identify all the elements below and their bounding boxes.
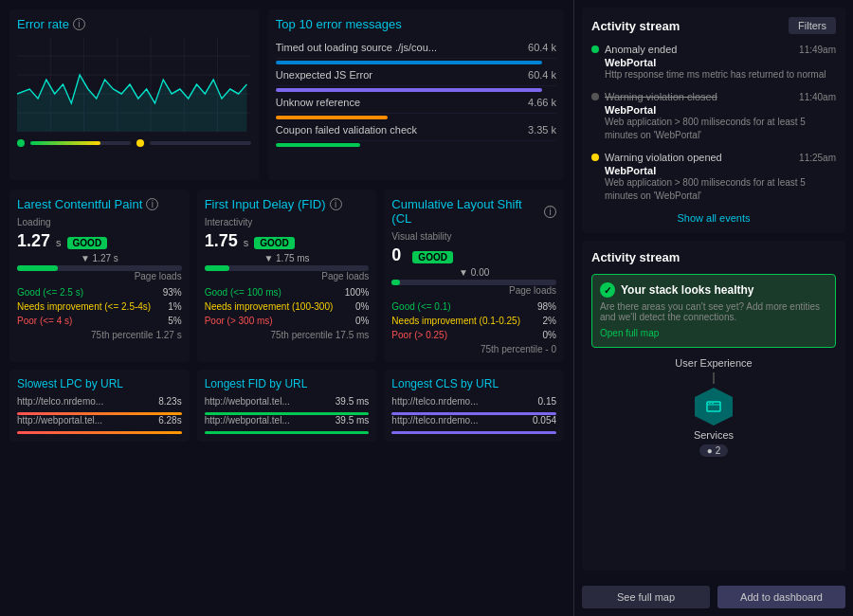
metric-card: Larest Contentful Paint i Loading 1.27 s… [9,190,190,362]
filters-button[interactable]: Filters [789,17,836,34]
slider-fill [30,141,100,145]
perf-value: 0% [355,299,369,314]
error-label: Unknow reference [276,97,511,108]
url-text: http://telco.nrdemo... [17,396,138,407]
error-items-container: Timed out loading source ./js/cou... 60.… [276,37,556,147]
top-errors-title: Top 10 error messages [276,17,556,31]
metric-card: Cumulative Layout Shift (CL i Visual sta… [384,190,564,362]
perf-row: Good (<= 2.5 s) 93% [17,285,182,299]
url-bar [391,431,556,434]
metric-subtitle: Visual stability [391,231,556,242]
error-rate-info-icon[interactable]: i [73,18,85,30]
slider-track[interactable] [30,141,131,145]
perf-row: Good (<= 0.1) 98% [391,299,556,314]
metric-card: First Input Delay (FID) i Interactivity … [197,190,377,362]
url-section-card: Longest CLS by URL http://telco.nrdemo..… [384,370,564,442]
event-name: Anomaly ended [605,44,793,55]
metric-badge: GOOD [254,237,295,249]
page-loads-label: Page loads [391,285,556,296]
metric-value-row: 1.75 s GOOD [205,231,370,251]
error-rate-section: Error rate i [9,9,564,180]
error-item: Unexpected JS Error 60.4 k [276,64,556,92]
gauge-track [205,265,370,271]
event-source: WebPortal [605,57,836,68]
see-full-map-button[interactable]: See full map [582,586,710,608]
metric-unit: s [56,237,62,248]
error-item: Unknow reference 4.66 k [276,92,556,119]
show-all-events-link[interactable]: Show all events [591,212,836,224]
metric-info-icon[interactable]: i [544,206,556,218]
url-row: http://telco.nrdemo... 0.054 [391,415,556,426]
stack-health-header: Activity stream [591,250,836,264]
service-map: User Experience Services ● 2 [591,357,836,457]
url-section-card: Slowest LPC by URL http://telco.nrdemo..… [9,370,190,442]
activity-event-row: Anomaly ended 11:49am [591,44,836,55]
url-row: http://webportal.tel... 39.5 ms [205,396,370,407]
metric-unit: s [244,237,249,248]
activity-event-row: Warning violation closed 11:40am [591,91,836,102]
metric-info-icon[interactable]: i [330,198,342,210]
svg-point-13 [712,403,714,405]
activity-events-container: Anomaly ended 11:49am WebPortal Http res… [591,44,836,203]
page-loads-label: Page loads [205,271,370,281]
perf-label: Poor (> 300 ms) [205,314,273,328]
gauge-fill [17,265,58,271]
open-full-map-link[interactable]: Open full map [600,328,659,338]
perf-label: Good (<= 100 ms) [205,285,281,299]
bottom-buttons: See full map Add to dashboard [574,578,853,616]
metric-title: First Input Delay (FID) i [205,197,370,211]
marker-label: ▼ 1.27 s [17,253,182,263]
event-desc: Web application > 800 miliseconds for at… [605,176,836,203]
error-bar-container [276,143,556,147]
services-label: Services [694,429,734,441]
url-section-card: Longest FID by URL http://webportal.tel.… [197,370,377,442]
perf-label: Poor (> 0.25) [391,328,447,342]
url-section-title: Longest CLS by URL [391,377,556,390]
event-dot [591,45,599,53]
metric-value: 1.27 [17,231,50,251]
url-text: http://webportal.tel... [205,415,326,426]
perf-value: 0% [355,314,369,328]
gauge-track [17,265,182,271]
activity-item: Warning violation closed 11:40am WebPort… [591,91,836,142]
health-card-header: ✓ Your stack looks healthy [600,282,827,298]
perf-label: Needs improvement (0.1-0.25) [391,314,520,328]
perf-value: 100% [345,285,370,299]
event-source: WebPortal [605,104,836,116]
metric-value-row: 1.27 s GOOD [17,231,182,251]
slider-track-2[interactable] [150,141,250,145]
activity-stream-title: Activity stream [591,19,680,33]
event-name: Warning violation closed [605,91,793,102]
perf-value: 98% [537,299,556,314]
perf-row: Poor (> 300 ms) 0% [205,314,370,328]
svg-point-12 [709,403,711,405]
activity-stream-header: Activity stream Filters [591,17,836,34]
error-label: Unexpected JS Error [276,69,511,81]
page-loads-label: Page loads [17,271,182,281]
url-section-title: Slowest LPC by URL [17,377,182,390]
perf-table: Good (<= 2.5 s) 93% Needs improvement (<… [17,285,182,328]
health-card: ✓ Your stack looks healthy Are there are… [591,274,836,348]
url-bar [17,431,182,434]
error-count: 3.35 k [518,124,556,136]
event-source: WebPortal [605,165,836,176]
url-value: 39.5 ms [331,396,369,407]
marker-label: ▼ 1.75 ms [205,253,370,263]
perf-row: Needs improvement (0.1-0.25) 2% [391,314,556,328]
metric-subtitle: Loading [17,217,182,227]
event-dot [591,154,599,161]
error-count: 60.4 k [518,42,556,53]
url-row: http://webportal.tel... 6.28s [17,415,182,426]
stack-health-title: Activity stream [591,250,680,264]
url-row: http://telco.nrdemo... 8.23s [17,396,182,407]
right-panel: Activity stream Filters Anomaly ended 11… [573,0,853,616]
perf-label: Good (<= 0.1) [391,299,450,314]
error-bar [276,143,360,147]
perf-row: Needs improvement (100-300) 0% [205,299,370,314]
gauge-fill [391,280,400,285]
metric-info-icon[interactable]: i [146,198,158,210]
chart-controls [17,139,251,147]
service-hex-icon [695,388,733,426]
add-to-dashboard-button[interactable]: Add to dashboard [717,586,845,608]
error-label: Coupon failed validation check [276,124,511,136]
